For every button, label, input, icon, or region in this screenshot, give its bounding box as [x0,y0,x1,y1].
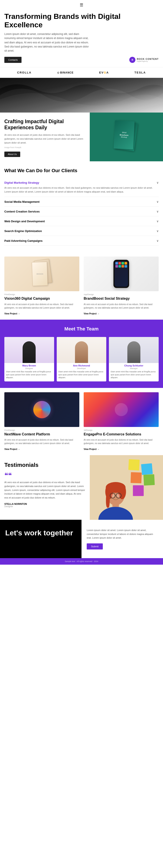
project-4-image [84,392,159,427]
accordion-chevron-icon: ∨ [157,239,159,242]
team-section: Meet The Team Mary BrownDesignerDiam ame… [0,320,163,388]
accordion-item: Social Media Management∨At vero eos et a… [4,197,159,207]
crafting-section: Crafting Impactful Digital Experiences D… [0,113,163,161]
accordion-title: Digital Marketing Strategy [4,181,39,184]
testimonials-left: Testimonials ❝❝ At vero eos et accusam e… [0,455,90,520]
accordion-chevron-icon: ∨ [157,210,159,213]
project-4-desc: At vero eos et accusam et justo duo dolo… [84,438,159,445]
testimonials-photo [90,455,163,520]
accordion-chevron-icon: ∨ [157,200,159,204]
hero-section: Transforming Brands with Digital Excelle… [0,10,163,67]
accordion-item: Search Engine Optimization∨At vero eos e… [4,226,159,236]
team-grid: Mary BrownDesignerDiam amet minit illas … [4,337,159,381]
logo-evga: EVGA [99,71,109,74]
team-avatar [109,337,159,363]
accordion-header[interactable]: Paid Advertising Campaigns∨ [4,239,159,242]
logo-crolla: CROLLA [17,71,31,74]
logos-bar: CROLLA ◇ BINANCE EVGA TESLA [0,67,163,78]
team-member-name: Ann Richmond [57,363,107,367]
what-section: What We Can Do for Our Clients Digital M… [0,161,163,252]
cta-submit-button[interactable]: Submit [87,544,103,550]
contact-button[interactable]: Contacts [4,57,22,63]
team-member-name: Chung Schlueter [109,363,159,367]
crafting-left: Crafting Impactful Digital Experiences D… [0,113,90,161]
svg-rect-4 [130,472,141,483]
project-3-title: NextWave Content Platform [4,432,79,437]
team-member-description: Diam amet minit illas masadar ante at fr… [57,370,107,381]
project-2-image [84,256,159,291]
accordion-content: At vero eos et accusam et justo duo dolo… [4,186,159,194]
about-button[interactable]: About Us [4,152,20,157]
project-3-image [4,392,79,427]
accordion-header[interactable]: Digital Marketing Strategy∨ [4,181,159,184]
project-1-view[interactable]: View Project → [4,312,20,315]
what-section-title: What We Can Do for Our Clients [4,168,159,174]
avatar-person [23,341,36,363]
projects-row-1: DESIGN Print/Design Vision360 Digital Ca… [0,252,163,320]
team-card: Mary BrownDesignerDiam amet minit illas … [4,337,54,381]
footer-text: Sample text · All rights reserved · 2024 [4,560,159,562]
avatar-person [75,341,88,363]
brand-badge: R ROCK CONTENT Digital Agency [129,57,159,63]
team-title: Meet The Team [4,326,159,332]
accordion-chevron-icon: ∨ [157,219,159,223]
project-1-desc: At vero eos et accusam et justo duo dolo… [4,303,79,310]
team-member-role: Manager [109,367,159,370]
team-member-role: Designer [4,367,54,370]
projects-row-2: Print/Design NextWave Content Platform A… [0,388,163,455]
project-2-desc: At vero eos et accusam et justo duo dolo… [84,303,159,310]
accordion-title: Web Design and Development [4,220,45,223]
accordion-item: Content Creation Services∨Social Media c… [4,207,159,216]
svg-rect-6 [133,485,144,496]
team-avatar [4,337,54,363]
logo-tesla: TESLA [135,71,146,74]
team-member-name: Mary Brown [4,363,54,367]
project-4-title: EngagePro E-Commerce Solutions [84,432,159,437]
quote-mark-icon: ❝❝ [4,472,85,479]
hero-description: Lorem ipsum dolor sit amet, consectetur … [4,32,91,53]
testimonial-name: STELLA NORINTON [4,503,85,505]
svg-point-16 [111,494,114,497]
team-member-description: Diam amet minit illas masadar ante at fr… [4,370,54,381]
hamburger-icon[interactable]: ☰ [80,3,83,7]
accordion-header[interactable]: Content Creation Services∨ [4,210,159,213]
crafting-image-credit: Image from Freepik [4,146,85,149]
accordion-chevron-icon: ∨ [157,229,159,232]
project-2-view[interactable]: View Project → [84,312,99,315]
rock-content-icon: R [129,57,135,63]
testimonial-text: At vero eos et accusam et justo duo dolo… [4,480,85,500]
project-1-tag: Print/Design [4,293,79,296]
accordion-header[interactable]: Social Media Management∨ [4,200,159,204]
accordion-title: Social Media Management [4,200,39,204]
project-3-desc: At vero eos et accusam et justo duo dolo… [4,438,79,445]
project-card-3: Print/Design NextWave Content Platform A… [0,390,82,453]
accordion-title: Content Creation Services [4,210,40,213]
project-2-title: BrandBoost Social Strategy [84,297,159,301]
accordion-header[interactable]: Web Design and Development∨ [4,219,159,223]
project-card-2: App/Design BrandBoost Social Strategy At… [82,254,163,317]
project-3-view[interactable]: View Project → [4,448,20,451]
team-card: Ann RichmondDeveloperDiam amet minit ill… [57,337,107,381]
nav-bar: ☰ [0,0,163,10]
project-1-title: Vision360 Digital Campaign [4,297,79,301]
cta-left: Let's work together [0,520,82,558]
project-1-image: DESIGN [4,256,79,291]
badge-sub-text: Digital Agency [137,60,159,62]
team-avatar [57,337,107,363]
logo-binance: ◇ BINANCE [57,71,74,74]
accordion-item: Digital Marketing Strategy∨At vero eos e… [4,178,159,197]
project-4-view[interactable]: View Project → [84,448,99,451]
cta-section: Let's work together Lorem ipsum dolor si… [0,520,163,558]
crafting-right: Bifold Brochure Mockup [90,113,163,161]
team-card: Chung SchlueterManagerDiam amet minit il… [109,337,159,381]
svg-point-17 [117,494,120,497]
cta-title: Let's work together [5,528,76,537]
footer: Sample text · All rights reserved · 2024 [0,558,163,565]
accordion-header[interactable]: Search Engine Optimization∨ [4,229,159,232]
project-card-1: DESIGN Print/Design Vision360 Digital Ca… [0,254,82,317]
svg-rect-2 [128,459,139,470]
crafting-description: At vero eos et accusam et justo duo dolo… [4,133,85,145]
testimonial-role: Designer [4,505,85,507]
hero-wave-image [0,78,163,113]
project-3-tag: Print/Design [4,429,79,431]
